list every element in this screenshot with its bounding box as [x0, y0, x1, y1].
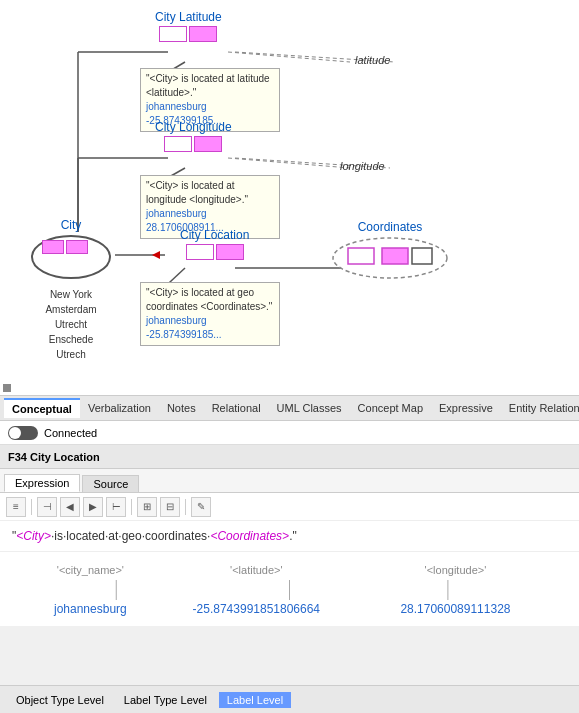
panel-title: F34 City Location — [8, 451, 100, 463]
city-longitude-rect2 — [194, 136, 222, 152]
loc-note-text: "<City> is located at geo coordinates <C… — [146, 286, 274, 314]
level-tab-object[interactable]: Object Type Level — [8, 692, 112, 708]
query-headers-row: '<city_name>' '<latitude>' '<longitude>' — [12, 560, 567, 580]
city-location-rects — [186, 244, 244, 260]
loc-note-value: johannesburg -25.874399185... — [146, 314, 274, 342]
tab-entity-relation[interactable]: Entity Relation — [501, 399, 579, 417]
tab-relational[interactable]: Relational — [204, 399, 269, 417]
tool-sep-2 — [131, 499, 132, 515]
city-latitude-rects — [159, 26, 217, 42]
level-tab-label[interactable]: Label Level — [219, 692, 291, 708]
city-location-node: City Location — [180, 228, 249, 260]
city-inner-rects — [42, 240, 88, 254]
tool-sep-1 — [31, 499, 32, 515]
query-value-lon: 28.17060089111328 — [356, 602, 555, 616]
toggle-bar: Connected — [0, 421, 579, 445]
toolbar: ≡ ⊣ ◀ ▶ ⊢ ⊞ ⊟ ✎ — [0, 493, 579, 521]
svg-rect-16 — [348, 248, 374, 264]
svg-rect-17 — [382, 248, 408, 264]
svg-marker-11 — [152, 251, 160, 259]
query-area: '<city_name>' '<latitude>' '<longitude>'… — [0, 552, 579, 626]
toggle-knob — [9, 427, 21, 439]
sub-tabs: Expression Source — [0, 469, 579, 493]
toolbar-grid-btn[interactable]: ⊞ — [137, 497, 157, 517]
city-list-item-2: Amsterdam — [30, 302, 112, 317]
toolbar-last-btn[interactable]: ⊢ — [106, 497, 126, 517]
query-header-city: '<city_name>' — [24, 564, 157, 576]
coordinates-title: Coordinates — [330, 220, 450, 234]
lon-note-text: "<City> is located at longitude <longitu… — [146, 179, 274, 207]
svg-line-12 — [228, 52, 350, 62]
city-longitude-node: City Longitude — [155, 120, 232, 152]
query-value-lat: -25.8743991851806664 — [157, 602, 356, 616]
city-location-title: City Location — [180, 228, 249, 242]
query-value-city: johannesburg — [24, 602, 157, 616]
city-rect1 — [42, 240, 64, 254]
sub-tab-source[interactable]: Source — [82, 475, 139, 492]
city-latitude-title: City Latitude — [155, 10, 222, 24]
tab-conceptual[interactable]: Conceptual — [4, 398, 80, 418]
city-longitude-title: City Longitude — [155, 120, 232, 134]
city-node-title: City — [30, 218, 112, 232]
tool-sep-3 — [185, 499, 186, 515]
connected-toggle[interactable] — [8, 426, 38, 440]
tab-uml-classes[interactable]: UML Classes — [269, 399, 350, 417]
toolbar-list-btn[interactable]: ≡ — [6, 497, 26, 517]
city-list-item-5: Utrech — [30, 347, 112, 362]
query-header-lon: '<longitude>' — [356, 564, 555, 576]
tab-concept-map[interactable]: Concept Map — [350, 399, 431, 417]
city-list-item-1: New York — [30, 287, 112, 302]
toolbar-first-btn[interactable]: ⊣ — [37, 497, 57, 517]
longitude-label: longitude — [340, 160, 385, 172]
city-location-rect2 — [216, 244, 244, 260]
tab-expressive[interactable]: Expressive — [431, 399, 501, 417]
expr-city-tag: <City> — [16, 529, 51, 543]
expression-area: "<City>·is·located·at·geo·coordinates·<C… — [0, 521, 579, 552]
sub-tab-expression[interactable]: Expression — [4, 474, 80, 492]
diagram-resize-handle[interactable] — [3, 384, 11, 392]
expr-coord-tag: <Coordinates> — [210, 529, 289, 543]
query-values-row: johannesburg -25.8743991851806664 28.170… — [12, 600, 567, 618]
svg-line-13 — [228, 158, 350, 168]
toolbar-prev-btn[interactable]: ◀ — [60, 497, 80, 517]
city-list: New York Amsterdam Utrecht Enschede Utre… — [30, 287, 112, 362]
toolbar-edit-btn[interactable]: ✎ — [191, 497, 211, 517]
city-location-rect1 — [186, 244, 214, 260]
city-list-item-3: Utrecht — [30, 317, 112, 332]
tab-bar: Conceptual Verbalization Notes Relationa… — [0, 395, 579, 421]
lat-note-text: "<City> is located at latitude <latitude… — [146, 72, 274, 100]
level-tab-label-type[interactable]: Label Type Level — [116, 692, 215, 708]
city-list-item-4: Enschede — [30, 332, 112, 347]
coordinates-oval-svg — [330, 236, 450, 280]
city-rect2 — [66, 240, 88, 254]
panel-title-bar: F34 City Location — [0, 445, 579, 469]
city-latitude-rect1 — [159, 26, 187, 42]
coordinates-node: Coordinates — [330, 220, 450, 283]
city-latitude-rect2 — [189, 26, 217, 42]
diagram-area: City Latitude latitude "<City> is locate… — [0, 0, 579, 395]
loc-note: "<City> is located at geo coordinates <C… — [140, 282, 280, 346]
city-node: City New York Amsterdam Utrecht Enschede… — [30, 218, 112, 362]
toolbar-next-btn[interactable]: ▶ — [83, 497, 103, 517]
city-longitude-rect1 — [164, 136, 192, 152]
query-connector — [42, 580, 537, 600]
level-tabs: Object Type Level Label Type Level Label… — [0, 685, 579, 713]
connected-label: Connected — [44, 427, 97, 439]
toolbar-chart-btn[interactable]: ⊟ — [160, 497, 180, 517]
latitude-label: latitude — [355, 54, 390, 66]
query-header-lat: '<latitude>' — [157, 564, 356, 576]
tab-verbalization[interactable]: Verbalization — [80, 399, 159, 417]
expression-text: "<City>·is·located·at·geo·coordinates·<C… — [12, 529, 297, 543]
city-longitude-rects — [164, 136, 222, 152]
tab-notes[interactable]: Notes — [159, 399, 204, 417]
city-latitude-node: City Latitude — [155, 10, 222, 42]
svg-rect-18 — [412, 248, 432, 264]
